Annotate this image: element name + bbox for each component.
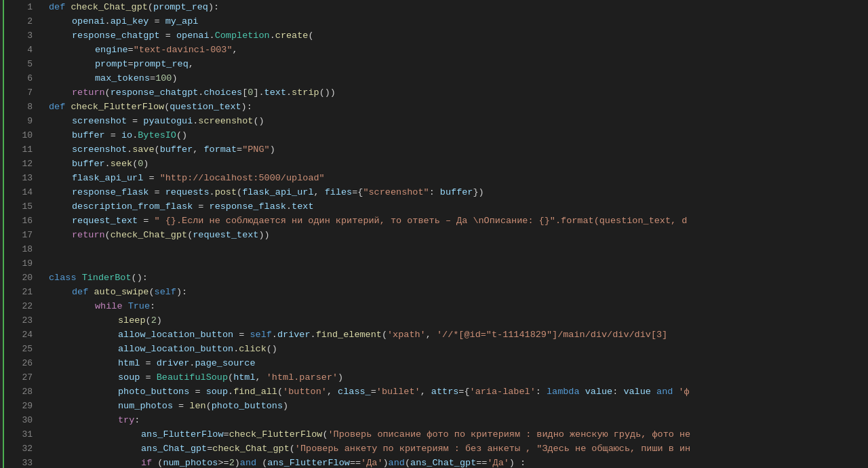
- line-num-10: 10: [4, 128, 33, 142]
- code-line-33: if (num_photos>=2)and (ans_FlutterFlow==…: [49, 456, 868, 468]
- line-num-25: 25: [4, 342, 33, 356]
- code-line-2: openai.api_key = my_api: [49, 14, 868, 28]
- code-line-26: html = driver.page_source: [49, 356, 868, 370]
- code-line-21: def auto_swipe(self):: [49, 285, 868, 299]
- code-line-8: def check_FlutterFlow(question_text):: [49, 100, 868, 114]
- code-line-31: ans_FlutterFlow=check_FlutterFlow('Прове…: [49, 427, 868, 442]
- code-line-13: flask_api_url = "http://localhost:5000/u…: [49, 171, 868, 185]
- code-line-9: screenshot = pyautogui.screenshot(): [49, 114, 868, 128]
- line-num-29: 29: [4, 399, 33, 413]
- line-num-6: 6: [4, 71, 33, 85]
- code-line-20: class TinderBot():: [49, 271, 868, 285]
- line-num-1: 1: [4, 0, 33, 14]
- line-num-28: 28: [4, 385, 33, 399]
- code-line-4: engine="text-davinci-003",: [49, 43, 868, 57]
- line-num-11: 11: [4, 142, 33, 157]
- code-line-11: screenshot.save(buffer, format="PNG"): [49, 142, 868, 157]
- code-line-23: sleep(2): [49, 313, 868, 328]
- code-line-15: description_from_flask = response_flask.…: [49, 199, 868, 214]
- code-line-12: buffer.seek(0): [49, 157, 868, 171]
- line-num-17: 17: [4, 228, 33, 242]
- code-line-29: num_photos = len(photo_buttons): [49, 399, 868, 413]
- line-num-30: 30: [4, 413, 33, 427]
- line-num-19: 19: [4, 256, 33, 271]
- code-area[interactable]: def check_Chat_gpt(prompt_req): openai.a…: [38, 0, 868, 468]
- code-line-27: soup = BeautifulSoup(html, 'html.parser'…: [49, 370, 868, 385]
- code-line-17: return(check_Chat_gpt(request_text)): [49, 228, 868, 242]
- line-num-22: 22: [4, 299, 33, 313]
- line-num-8: 8: [4, 100, 33, 114]
- line-num-33: 33: [4, 456, 33, 468]
- line-num-20: 20: [4, 271, 33, 285]
- line-num-3: 3: [4, 28, 33, 43]
- code-line-14: response_flask = requests.post(flask_api…: [49, 185, 868, 199]
- code-line-19: [49, 256, 868, 271]
- line-num-27: 27: [4, 370, 33, 385]
- line-num-12: 12: [4, 157, 33, 171]
- code-line-30: try:: [49, 413, 868, 427]
- line-num-24: 24: [4, 328, 33, 342]
- line-num-26: 26: [4, 356, 33, 370]
- line-numbers: 1 2 3 4 5 6 7 8 9 10 11 12 13 14 15 16 1…: [4, 0, 38, 468]
- line-num-14: 14: [4, 185, 33, 199]
- code-line-16: request_text = " {}.Если не соблюдается …: [49, 214, 868, 228]
- line-num-15: 15: [4, 199, 33, 214]
- line-num-4: 4: [4, 43, 33, 57]
- code-line-25: allow_location_button.click(): [49, 342, 868, 356]
- line-num-18: 18: [4, 242, 33, 256]
- code-line-1: def check_Chat_gpt(prompt_req):: [49, 0, 868, 14]
- line-num-7: 7: [4, 85, 33, 100]
- line-num-5: 5: [4, 57, 33, 71]
- line-num-9: 9: [4, 114, 33, 128]
- line-num-32: 32: [4, 442, 33, 456]
- code-line-6: max_tokens=100): [49, 71, 868, 85]
- code-line-3: response_chatgpt = openai.Completion.cre…: [49, 28, 868, 43]
- code-line-10: buffer = io.BytesIO(): [49, 128, 868, 142]
- line-num-21: 21: [4, 285, 33, 299]
- editor-container: 1 2 3 4 5 6 7 8 9 10 11 12 13 14 15 16 1…: [0, 0, 868, 468]
- code-line-18: [49, 242, 868, 256]
- code-line-5: prompt=prompt_req,: [49, 57, 868, 71]
- line-num-13: 13: [4, 171, 33, 185]
- code-line-22: while True:: [49, 299, 868, 313]
- line-num-2: 2: [4, 14, 33, 28]
- line-num-16: 16: [4, 214, 33, 228]
- line-num-31: 31: [4, 427, 33, 442]
- code-line-32: ans_Chat_gpt=check_Chat_gpt('Проверь анк…: [49, 442, 868, 456]
- code-line-24: allow_location_button = self.driver.find…: [49, 328, 868, 342]
- code-line-28: photo_buttons = soup.find_all('button', …: [49, 385, 868, 399]
- line-num-23: 23: [4, 313, 33, 328]
- code-line-7: return(response_chatgpt.choices[0].text.…: [49, 85, 868, 100]
